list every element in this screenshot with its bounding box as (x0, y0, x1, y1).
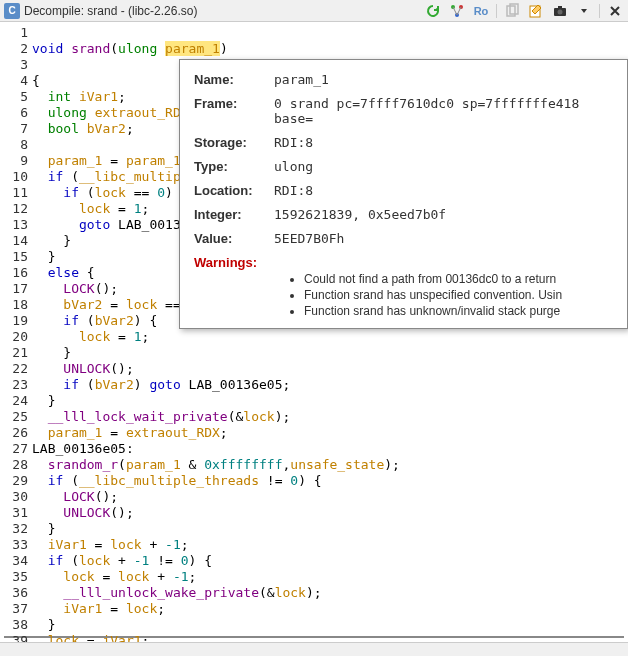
status-footer (0, 642, 628, 656)
tt-name-value: param_1 (274, 72, 613, 87)
copy-button[interactable] (503, 2, 521, 20)
graph-button[interactable] (448, 2, 466, 20)
tt-integer-label: Integer: (194, 207, 274, 222)
warning-item: Function srand has unknown/invalid stack… (304, 304, 613, 318)
tt-frame-value: 0 srand pc=7ffff7610dc0 sp=7fffffffe418 … (274, 96, 613, 126)
edit-button[interactable] (527, 2, 545, 20)
variable-tooltip: Name:param_1 Frame:0 srand pc=7ffff7610d… (179, 59, 628, 329)
tt-type-value: ulong (274, 159, 613, 174)
decompile-icon: C (4, 3, 20, 19)
svg-rect-8 (558, 6, 562, 9)
tt-value-value: 5EED7B0Fh (274, 231, 613, 246)
tt-warnings-list: Could not find a path from 00136dc0 to a… (304, 272, 613, 318)
snapshot-button[interactable] (551, 2, 569, 20)
toolbar-actions: Ro (424, 2, 624, 20)
warning-item: Could not find a path from 00136dc0 to a… (304, 272, 613, 286)
tt-warnings-label: Warnings: (194, 255, 274, 270)
tt-value-label: Value: (194, 231, 274, 246)
tt-location-label: Location: (194, 183, 274, 198)
tt-type-label: Type: (194, 159, 274, 174)
close-button[interactable] (606, 2, 624, 20)
warning-item: Function srand has unspecified conventio… (304, 288, 613, 302)
tt-location-value: RDI:8 (274, 183, 613, 198)
refresh-button[interactable] (424, 2, 442, 20)
tt-frame-label: Frame: (194, 96, 274, 126)
ro-button[interactable]: Ro (472, 2, 490, 20)
tt-integer-value: 1592621839, 0x5eed7b0f (274, 207, 613, 222)
tt-name-label: Name: (194, 72, 274, 87)
line-gutter: 1234567891011121314151617181920212223242… (4, 24, 32, 636)
window-title: Decompile: srand - (libc-2.26.so) (24, 4, 424, 18)
dropdown-button[interactable] (575, 2, 593, 20)
titlebar: C Decompile: srand - (libc-2.26.so) Ro (0, 0, 628, 22)
tt-storage-value: RDI:8 (274, 135, 613, 150)
svg-point-7 (558, 9, 563, 14)
tt-storage-label: Storage: (194, 135, 274, 150)
